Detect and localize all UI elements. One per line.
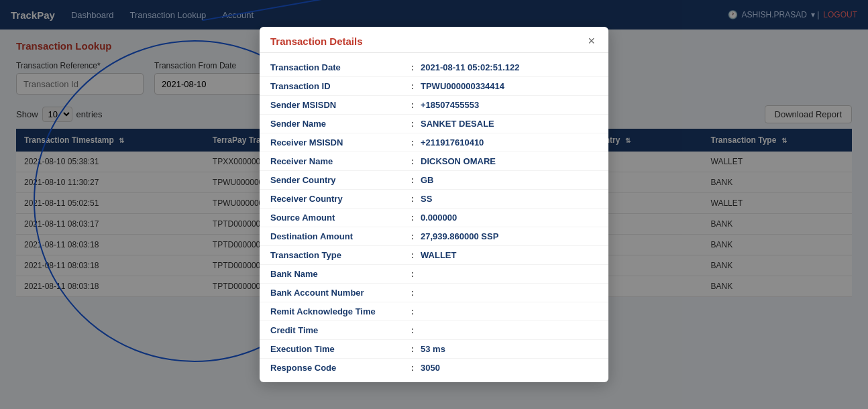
detail-colon: : bbox=[407, 250, 418, 260]
detail-colon: : bbox=[407, 119, 418, 129]
detail-colon: : bbox=[407, 288, 418, 298]
detail-row: Bank Name : bbox=[260, 265, 608, 284]
detail-label: Destination Amount bbox=[270, 231, 404, 241]
detail-label: Source Amount bbox=[270, 213, 404, 223]
detail-value: TPWU000000334414 bbox=[421, 81, 598, 91]
detail-label: Transaction Type bbox=[270, 250, 404, 260]
detail-row: Receiver Country : SS bbox=[260, 190, 608, 209]
detail-value: SS bbox=[421, 194, 598, 204]
detail-row: Source Amount : 0.000000 bbox=[260, 209, 608, 227]
modal-title: Transaction Details bbox=[270, 36, 363, 47]
detail-label: Remit Acknowledge Time bbox=[270, 306, 404, 308]
detail-value: +18507455553 bbox=[421, 100, 598, 110]
detail-colon: : bbox=[407, 100, 418, 110]
detail-value: WALLET bbox=[421, 250, 598, 260]
detail-colon: : bbox=[407, 306, 418, 308]
detail-label: Bank Account Number bbox=[270, 288, 404, 298]
transaction-details-modal: Transaction Details × Transaction Date :… bbox=[260, 27, 608, 308]
detail-colon: : bbox=[407, 213, 418, 223]
detail-value: SANKET DESALE bbox=[421, 119, 598, 129]
detail-row: Sender MSISDN : +18507455553 bbox=[260, 96, 608, 115]
detail-label: Receiver MSISDN bbox=[270, 137, 404, 148]
detail-row: Transaction ID : TPWU000000334414 bbox=[260, 77, 608, 96]
detail-label: Sender MSISDN bbox=[270, 100, 404, 110]
detail-colon: : bbox=[407, 81, 418, 91]
detail-colon: : bbox=[407, 269, 418, 279]
detail-label: Bank Name bbox=[270, 269, 404, 279]
detail-colon: : bbox=[407, 156, 418, 166]
detail-label: Transaction Date bbox=[270, 62, 404, 72]
detail-label: Sender Name bbox=[270, 119, 404, 129]
detail-value: 0.000000 bbox=[421, 213, 598, 223]
modal-body: Transaction Date : 2021-08-11 05:02:51.1… bbox=[260, 53, 608, 308]
modal-close-button[interactable]: × bbox=[585, 35, 598, 47]
modal-header: Transaction Details × bbox=[260, 27, 608, 53]
detail-row: Bank Account Number : bbox=[260, 284, 608, 302]
detail-row: Transaction Date : 2021-08-11 05:02:51.1… bbox=[260, 58, 608, 77]
detail-colon: : bbox=[407, 137, 418, 148]
detail-colon: : bbox=[407, 194, 418, 204]
detail-row: Sender Country : GB bbox=[260, 171, 608, 190]
detail-value: GB bbox=[421, 175, 598, 185]
detail-colon: : bbox=[407, 231, 418, 241]
detail-label: Transaction ID bbox=[270, 81, 404, 91]
detail-row: Sender Name : SANKET DESALE bbox=[260, 115, 608, 133]
detail-label: Receiver Country bbox=[270, 194, 404, 204]
detail-value: 2021-08-11 05:02:51.122 bbox=[421, 62, 598, 72]
detail-row: Destination Amount : 27,939.860000 SSP bbox=[260, 227, 608, 246]
detail-value: 27,939.860000 SSP bbox=[421, 231, 598, 241]
detail-label: Sender Country bbox=[270, 175, 404, 185]
detail-colon: : bbox=[407, 175, 418, 185]
detail-value: DICKSON OMARE bbox=[421, 156, 598, 166]
detail-label: Receiver Name bbox=[270, 156, 404, 166]
modal-overlay[interactable]: Transaction Details × Transaction Date :… bbox=[0, 0, 868, 308]
detail-row: Remit Acknowledge Time : bbox=[260, 302, 608, 308]
detail-value: +211917610410 bbox=[421, 137, 598, 148]
detail-row: Receiver Name : DICKSON OMARE bbox=[260, 152, 608, 171]
detail-row: Transaction Type : WALLET bbox=[260, 246, 608, 265]
detail-row: Receiver MSISDN : +211917610410 bbox=[260, 133, 608, 152]
detail-colon: : bbox=[407, 62, 418, 72]
